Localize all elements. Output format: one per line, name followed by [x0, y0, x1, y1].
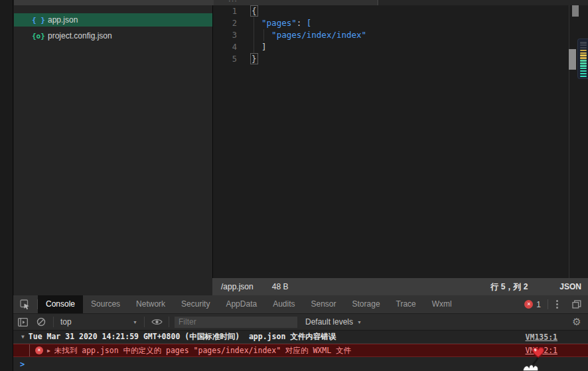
editor-right-border: [569, 5, 569, 278]
collapse-triangle-icon[interactable]: ▼: [21, 334, 25, 340]
json-file-icon: { }: [32, 16, 48, 25]
console-message: Tue Mar 31 2020 14:21:59 GMT+0800 (中国标准时…: [29, 332, 526, 342]
console-settings-button[interactable]: ⚙: [567, 313, 587, 331]
matched-brace: {: [250, 5, 258, 17]
console-toolbar: top ▼ Default levels ▼ ⚙: [13, 313, 588, 331]
tab-wxml[interactable]: Wxml: [424, 295, 460, 313]
line-number: 3: [213, 29, 237, 41]
console-prompt[interactable]: >: [13, 357, 588, 369]
code-editor[interactable]: 1 { 2 "pages": [ 3 "pages/index/index" 4…: [212, 5, 588, 278]
code-line: 5 }: [213, 53, 588, 65]
tab-sources[interactable]: Sources: [83, 295, 128, 313]
gear-icon: ⚙: [572, 316, 581, 328]
sidebar-toggle-icon: [18, 318, 28, 327]
status-file-path: /app.json: [221, 282, 254, 291]
code-line: 2 "pages": [: [213, 17, 588, 29]
dock-toggle-button[interactable]: [565, 295, 588, 313]
undock-icon: [572, 300, 581, 309]
code-line: 1 {: [213, 5, 588, 17]
tab-strip-segment: [14, 0, 214, 5]
log-level-selector[interactable]: Default levels ▼: [305, 317, 362, 327]
editor-tab-strip: ···: [0, 0, 588, 5]
console-filter-input[interactable]: [175, 317, 297, 328]
line-number: 4: [213, 41, 237, 53]
error-circle-icon: ×: [524, 300, 533, 309]
status-cursor-position: 行 5，列 2: [490, 281, 528, 293]
level-indicator-widget: [577, 38, 588, 79]
line-number: 2: [213, 17, 237, 29]
divider: [169, 317, 169, 327]
divider: [53, 317, 54, 327]
json-string: "pages/index/index": [271, 30, 366, 40]
source-location-link[interactable]: VM135:1: [526, 333, 557, 342]
console-error-row[interactable]: × ▶ 未找到 app.json 中的定义的 pages "pages/inde…: [13, 344, 588, 357]
console-log-area: ▼ Tue Mar 31 2020 14:21:59 GMT+0800 (中国标…: [13, 331, 588, 369]
tab-console[interactable]: Console: [38, 295, 83, 313]
devtools-tab-bar: Console Sources Network Security AppData…: [13, 295, 588, 313]
tab-network[interactable]: Network: [128, 295, 173, 313]
console-sidebar-toggle-button[interactable]: [13, 313, 32, 331]
code-line: 4 ]: [213, 41, 588, 53]
line-number: 5: [213, 53, 237, 65]
window-left-strip: [0, 0, 13, 371]
context-value: top: [60, 317, 133, 327]
inspect-element-button[interactable]: [13, 295, 37, 313]
clear-console-icon: [37, 317, 46, 327]
wechat-devtools-window: ··· { } app.json {o} project.config.json…: [0, 0, 588, 371]
error-count: 1: [536, 300, 541, 309]
code-line: 3 "pages/index/index": [213, 29, 588, 41]
level-widget-stripes: [580, 42, 588, 77]
tab-security[interactable]: Security: [173, 295, 218, 313]
execution-context-selector[interactable]: top ▼: [56, 315, 141, 329]
tab-sensor[interactable]: Sensor: [303, 295, 344, 313]
devtools-menu-button[interactable]: [548, 295, 565, 313]
inspect-cursor-icon: [20, 299, 31, 310]
chevron-down-icon: ▼: [357, 320, 362, 325]
file-name: project.config.json: [48, 31, 112, 40]
tab-overflow-dots: ···: [228, 0, 238, 5]
log-level-value: Default levels: [305, 317, 353, 327]
indent-guide: [263, 29, 264, 41]
clear-console-button[interactable]: [32, 313, 50, 331]
divider: [144, 317, 145, 327]
tab-audits[interactable]: Audits: [265, 295, 303, 313]
active-tab-clipped[interactable]: ···: [214, 0, 378, 5]
group-indent-guide: [29, 344, 30, 356]
tab-storage[interactable]: Storage: [344, 295, 388, 313]
kebab-menu-icon: [556, 300, 558, 302]
error-circle-icon: ×: [35, 346, 43, 354]
line-number: 1: [213, 5, 237, 17]
prompt-chevron-icon: >: [20, 360, 25, 369]
live-expression-button[interactable]: [147, 313, 166, 331]
matched-brace: }: [250, 53, 258, 64]
file-row-app-json[interactable]: { } app.json: [14, 13, 212, 27]
file-name: app.json: [48, 15, 78, 25]
file-row-project-config-json[interactable]: {o} project.config.json: [14, 29, 212, 42]
status-language-mode: JSON: [559, 282, 581, 291]
console-group-row[interactable]: ▼ Tue Mar 31 2020 14:21:59 GMT+0800 (中国标…: [13, 331, 588, 344]
file-explorer: { } app.json {o} project.config.json: [14, 5, 212, 295]
tab-strip-empty: [379, 0, 588, 5]
tab-appdata[interactable]: AppData: [218, 295, 265, 313]
expand-triangle-icon[interactable]: ▶: [47, 348, 50, 354]
source-location-link[interactable]: VM122:1: [526, 346, 557, 355]
eye-icon: [151, 318, 163, 326]
config-file-icon: {o}: [32, 32, 48, 40]
scrollbar-thumb[interactable]: [572, 5, 579, 17]
devtools-panel: Console Sources Network Security AppData…: [13, 295, 588, 371]
error-count-badge[interactable]: × 1: [524, 300, 541, 309]
tab-trace[interactable]: Trace: [388, 295, 424, 313]
chevron-down-icon: ▼: [133, 320, 137, 325]
json-key: "pages": [261, 18, 297, 28]
console-error-message: 未找到 app.json 中的定义的 pages "pages/index/in…: [54, 346, 526, 356]
status-file-size: 48 B: [272, 282, 289, 291]
editor-status-bar: /app.json 48 B 行 5，列 2 JSON: [212, 278, 588, 295]
indent-guide: [254, 17, 254, 53]
scrollbar-thumb[interactable]: [569, 49, 576, 70]
